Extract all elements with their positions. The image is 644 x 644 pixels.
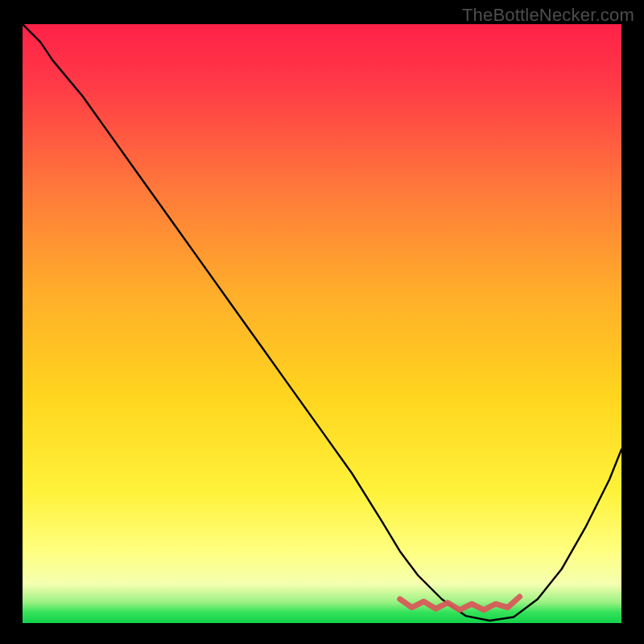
svg-rect-0 [23, 24, 621, 623]
plot-svg [23, 24, 621, 623]
chart-stage: TheBottleNecker.com [0, 0, 644, 644]
watermark-text: TheBottleNecker.com [462, 5, 634, 26]
plot-area [23, 24, 621, 623]
